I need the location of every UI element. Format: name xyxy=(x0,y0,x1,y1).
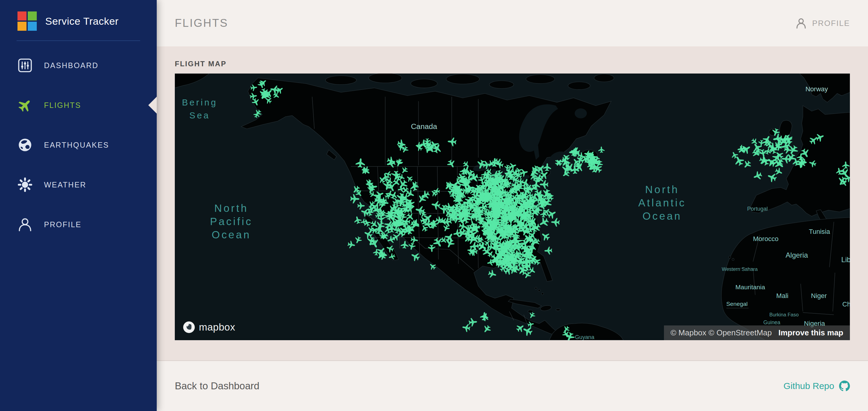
svg-text:Ch: Ch xyxy=(842,301,850,308)
header-profile-button[interactable]: PROFILE xyxy=(795,17,850,30)
svg-text:Morocco: Morocco xyxy=(753,235,778,243)
logo-square-yellow xyxy=(18,22,27,31)
app-title: Service Tracker xyxy=(45,15,119,27)
sun-icon xyxy=(17,177,33,193)
sidebar-item-label: FLIGHTS xyxy=(44,101,81,110)
svg-text:Niger: Niger xyxy=(811,292,827,299)
sidebar-item-label: PROFILE xyxy=(44,220,82,229)
page-title: FLIGHTS xyxy=(175,17,228,30)
globe-icon xyxy=(17,137,33,153)
logo-square-red xyxy=(18,11,27,21)
sidebar-item-label: WEATHER xyxy=(44,181,87,189)
plane-icon xyxy=(17,97,33,113)
svg-text:Western Sahara: Western Sahara xyxy=(722,266,758,272)
app-brand: Service Tracker xyxy=(0,0,157,40)
sidebar-nav: DASHBOARD FLIGHTS EARTHQUAKES xyxy=(0,41,157,244)
sidebar: Service Tracker DASHBOARD FLIGHTS xyxy=(0,0,157,411)
svg-text:Lib: Lib xyxy=(841,255,850,264)
person-icon xyxy=(17,216,33,232)
svg-text:Guyana: Guyana xyxy=(575,334,595,340)
person-icon xyxy=(795,17,807,30)
flight-map-canvas: BeringSeaNorthPacificOceanNorthAtlanticO… xyxy=(175,73,850,340)
attribution-links[interactable]: © Mapbox © OpenStreetMap xyxy=(671,328,772,338)
page-header: FLIGHTS PROFILE xyxy=(157,0,868,46)
sidebar-item-label: DASHBOARD xyxy=(44,61,98,70)
svg-text:Senegal: Senegal xyxy=(726,301,748,307)
svg-text:Mali: Mali xyxy=(776,292,788,299)
github-repo-label: Github Repo xyxy=(784,381,834,391)
flight-map[interactable]: BeringSeaNorthPacificOceanNorthAtlanticO… xyxy=(175,73,850,340)
logo-square-blue xyxy=(28,22,37,31)
dashboard-icon xyxy=(17,57,33,73)
sidebar-item-flights[interactable]: FLIGHTS xyxy=(0,85,157,125)
svg-text:Guinea: Guinea xyxy=(764,319,781,325)
logo-square-green xyxy=(28,11,37,21)
svg-text:BeringSea: BeringSea xyxy=(182,98,218,120)
svg-text:Portugal: Portugal xyxy=(747,205,768,212)
mapbox-logo[interactable]: mapbox xyxy=(183,321,235,334)
map-attribution-bar: © Mapbox © OpenStreetMap Improve this ma… xyxy=(664,325,850,340)
sidebar-item-weather[interactable]: WEATHER xyxy=(0,165,157,204)
svg-text:NorthPacificOcean: NorthPacificOcean xyxy=(210,202,253,241)
page-footer: Back to Dashboard Github Repo xyxy=(157,360,868,411)
svg-text:Algeria: Algeria xyxy=(785,251,808,259)
github-icon xyxy=(839,381,850,391)
mapbox-logo-text: mapbox xyxy=(199,321,235,333)
content-area: FLIGHT MAP xyxy=(157,46,868,360)
mapbox-logo-icon xyxy=(183,321,195,334)
svg-text:Canada: Canada xyxy=(411,122,437,130)
sidebar-item-earthquakes[interactable]: EARTHQUAKES xyxy=(0,125,157,165)
app-logo-icon xyxy=(18,11,37,31)
svg-text:Tunisia: Tunisia xyxy=(809,228,830,235)
svg-text:NorthAtlanticOcean: NorthAtlanticOcean xyxy=(638,184,686,222)
svg-text:Mauritania: Mauritania xyxy=(735,284,765,290)
improve-map-link[interactable]: Improve this map xyxy=(778,328,843,338)
sidebar-item-label: EARTHQUAKES xyxy=(44,141,109,150)
sidebar-item-dashboard[interactable]: DASHBOARD xyxy=(0,45,157,85)
sidebar-item-profile[interactable]: PROFILE xyxy=(0,204,157,244)
svg-text:Norway: Norway xyxy=(805,85,828,93)
back-to-dashboard-link[interactable]: Back to Dashboard xyxy=(175,380,259,392)
landmass-north-america xyxy=(241,78,611,339)
header-profile-label: PROFILE xyxy=(812,19,850,28)
github-repo-link[interactable]: Github Repo xyxy=(784,381,850,391)
active-notch xyxy=(148,97,157,114)
landmass-africa xyxy=(721,217,850,340)
section-label: FLIGHT MAP xyxy=(175,60,850,68)
svg-text:Burkina Faso: Burkina Faso xyxy=(770,312,799,318)
main-area: FLIGHTS PROFILE FLIGHT MAP xyxy=(157,0,868,411)
